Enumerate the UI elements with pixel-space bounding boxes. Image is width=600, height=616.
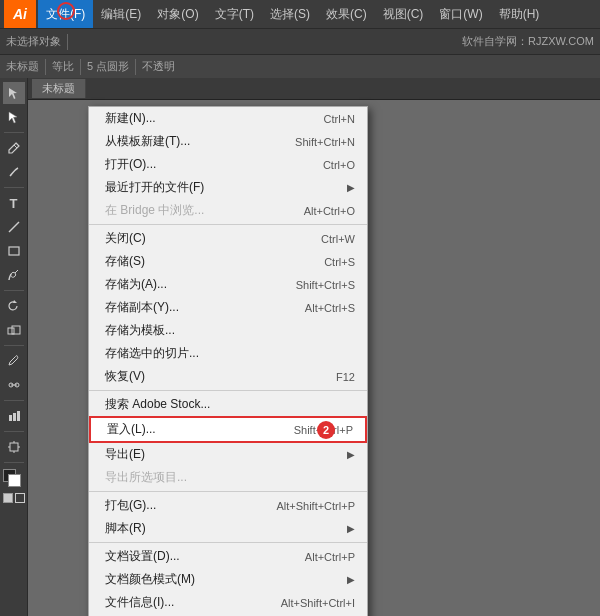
toolbar2-sep-1 bbox=[45, 59, 46, 75]
menu-item-type[interactable]: 文字(T) bbox=[207, 0, 262, 28]
menu-open[interactable]: 打开(O)... Ctrl+O bbox=[89, 153, 367, 176]
svg-line-0 bbox=[9, 222, 19, 232]
toolbar-2: 未标题 等比 5 点圆形 不透明 bbox=[0, 54, 600, 78]
menu-bar: Ai 文件(F) 编辑(E) 对象(O) 文字(T) 选择(S) 效果(C) 视… bbox=[0, 0, 600, 28]
menu-save-as[interactable]: 存储为(A)... Shift+Ctrl+S bbox=[89, 273, 367, 296]
svg-rect-3 bbox=[12, 326, 20, 334]
menu-item-edit[interactable]: 编辑(E) bbox=[93, 0, 149, 28]
menu-file-info[interactable]: 文件信息(I)... Alt+Shift+Ctrl+I bbox=[89, 591, 367, 614]
menu-export-selection[interactable]: 导出所选项目... bbox=[89, 466, 367, 489]
tool-scale[interactable] bbox=[3, 319, 25, 341]
svg-rect-8 bbox=[13, 413, 16, 421]
svg-rect-1 bbox=[9, 247, 19, 255]
tool-sep-5 bbox=[4, 400, 24, 401]
menu-new-from-template[interactable]: 从模板新建(T)... Shift+Ctrl+N bbox=[89, 130, 367, 153]
tool-line[interactable] bbox=[3, 216, 25, 238]
toolbar-1: 未选择对象 软件自学网：RJZXW.COM bbox=[0, 28, 600, 54]
menu-sep-2 bbox=[89, 390, 367, 391]
menu-items: 文件(F) 编辑(E) 对象(O) 文字(T) 选择(S) 效果(C) 视图(C… bbox=[38, 0, 547, 28]
left-toolbar: T bbox=[0, 78, 28, 616]
color-mode-buttons bbox=[3, 493, 25, 503]
menu-item-file[interactable]: 文件(F) bbox=[38, 0, 93, 28]
color-fill-stroke[interactable] bbox=[3, 469, 25, 489]
menu-doc-color-mode[interactable]: 文档颜色模式(M) ▶ bbox=[89, 568, 367, 591]
menu-sep-4 bbox=[89, 542, 367, 543]
menu-close[interactable]: 关闭(C) Ctrl+W bbox=[89, 227, 367, 250]
menu-save-selected-slices[interactable]: 存储选中的切片... bbox=[89, 342, 367, 365]
menu-browse-bridge[interactable]: 在 Bridge 中浏览... Alt+Ctrl+O bbox=[89, 199, 367, 222]
menu-revert[interactable]: 恢复(V) F12 bbox=[89, 365, 367, 388]
menu-scripts[interactable]: 脚本(R) ▶ bbox=[89, 517, 367, 540]
menu-open-recent[interactable]: 最近打开的文件(F) ▶ bbox=[89, 176, 367, 199]
tool-pencil[interactable] bbox=[3, 161, 25, 183]
menu-sep-3 bbox=[89, 491, 367, 492]
menu-save-copy[interactable]: 存储副本(Y)... Alt+Ctrl+S bbox=[89, 296, 367, 319]
menu-item-window[interactable]: 窗口(W) bbox=[431, 0, 490, 28]
menu-item-object[interactable]: 对象(O) bbox=[149, 0, 206, 28]
toolbar-sep-1 bbox=[67, 34, 68, 50]
svg-rect-7 bbox=[9, 415, 12, 421]
untitled-label: 未标题 bbox=[6, 59, 39, 74]
menu-new[interactable]: 新建(N)... Ctrl+N bbox=[89, 107, 367, 130]
tool-pen[interactable] bbox=[3, 137, 25, 159]
menu-item-select[interactable]: 选择(S) bbox=[262, 0, 318, 28]
tool-sep-6 bbox=[4, 431, 24, 432]
tool-rect[interactable] bbox=[3, 240, 25, 262]
tool-eyedropper[interactable] bbox=[3, 350, 25, 372]
place-badge: 2 bbox=[317, 421, 335, 439]
tool-blend[interactable] bbox=[3, 374, 25, 396]
color-mode-fill[interactable] bbox=[3, 493, 13, 503]
menu-export[interactable]: 导出(E) ▶ bbox=[89, 443, 367, 466]
tool-sep-2 bbox=[4, 187, 24, 188]
menu-save[interactable]: 存储(S) Ctrl+S bbox=[89, 250, 367, 273]
menu-item-effect[interactable]: 效果(C) bbox=[318, 0, 375, 28]
file-dropdown-menu: 新建(N)... Ctrl+N 从模板新建(T)... Shift+Ctrl+N… bbox=[88, 106, 368, 616]
menu-save-as-template[interactable]: 存储为模板... bbox=[89, 319, 367, 342]
compare-label: 等比 bbox=[52, 59, 74, 74]
tool-artboard[interactable] bbox=[3, 436, 25, 458]
tool-column-graph[interactable] bbox=[3, 405, 25, 427]
tool-select[interactable] bbox=[3, 82, 25, 104]
toolbar2-sep-3 bbox=[135, 59, 136, 75]
point-label: 5 点圆形 bbox=[87, 59, 129, 74]
tool-sep-4 bbox=[4, 345, 24, 346]
tool-direct-select[interactable] bbox=[3, 106, 25, 128]
menu-search-adobe-stock[interactable]: 搜索 Adobe Stock... bbox=[89, 393, 367, 416]
svg-rect-9 bbox=[17, 411, 20, 421]
svg-rect-10 bbox=[10, 443, 18, 451]
toolbar2-sep-2 bbox=[80, 59, 81, 75]
color-mode-none[interactable] bbox=[15, 493, 25, 503]
dropdown-overlay: 新建(N)... Ctrl+N 从模板新建(T)... Shift+Ctrl+N… bbox=[28, 78, 600, 616]
watermark-label: 软件自学网：RJZXW.COM bbox=[462, 34, 594, 49]
app-logo: Ai bbox=[4, 0, 36, 28]
tool-paintbrush[interactable] bbox=[3, 264, 25, 286]
svg-rect-2 bbox=[8, 328, 14, 334]
menu-item-file-label: 文件(F) bbox=[46, 6, 85, 23]
tool-rotate[interactable] bbox=[3, 295, 25, 317]
no-selection-label: 未选择对象 bbox=[6, 34, 61, 49]
tool-sep-3 bbox=[4, 290, 24, 291]
menu-sep-1 bbox=[89, 224, 367, 225]
menu-doc-settings[interactable]: 文档设置(D)... Alt+Ctrl+P bbox=[89, 545, 367, 568]
main-area: T bbox=[0, 78, 600, 616]
canvas-tab-untitled[interactable]: 未标题 bbox=[32, 79, 86, 98]
tool-sep-1 bbox=[4, 132, 24, 133]
canvas-tabs: 未标题 bbox=[28, 78, 600, 100]
menu-item-help[interactable]: 帮助(H) bbox=[491, 0, 548, 28]
tool-sep-7 bbox=[4, 462, 24, 463]
opacity-label: 不透明 bbox=[142, 59, 175, 74]
canvas-area: 未标题 新建(N)... Ctrl+N 从模板新建(T)... Shift+Ct… bbox=[28, 78, 600, 616]
menu-place[interactable]: 置入(L)... Shift+Ctrl+P 2 bbox=[89, 416, 367, 443]
tool-type[interactable]: T bbox=[3, 192, 25, 214]
menu-item-view[interactable]: 视图(C) bbox=[375, 0, 432, 28]
menu-package[interactable]: 打包(G)... Alt+Shift+Ctrl+P bbox=[89, 494, 367, 517]
